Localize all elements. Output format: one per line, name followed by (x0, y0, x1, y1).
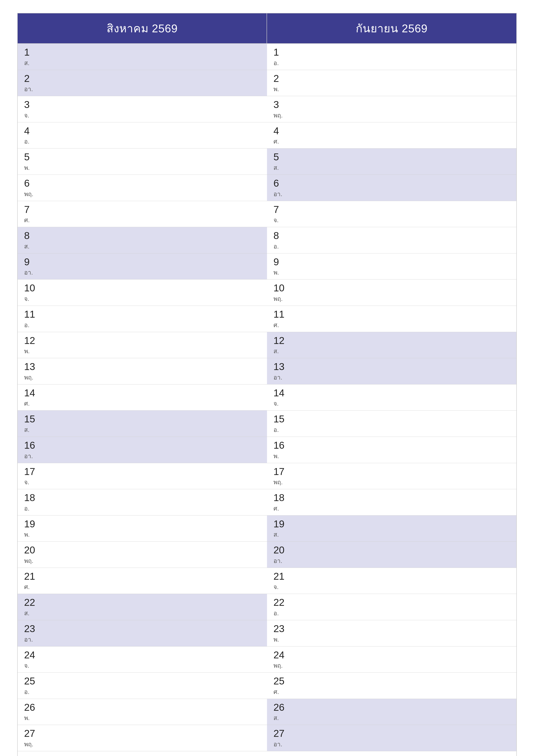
day-name: จ. (24, 111, 261, 120)
left-day-row: 8ส. (18, 227, 267, 254)
day-number: 11 (24, 309, 261, 320)
day-number: 25 (24, 676, 261, 687)
day-name: จ. (273, 215, 510, 225)
right-day-row: 6อา. (267, 175, 516, 201)
day-number: 16 (24, 440, 261, 451)
left-day-row: 7ศ. (18, 201, 267, 228)
day-name: ส. (24, 58, 261, 68)
right-day-row: 23พ. (267, 620, 516, 647)
day-name: พ. (24, 713, 261, 723)
day-name: ส. (273, 530, 510, 539)
day-name: อา. (24, 84, 261, 94)
left-day-row: 17จ. (18, 463, 267, 489)
day-number: 21 (273, 571, 510, 582)
right-day-row: 26ส. (267, 699, 516, 725)
left-day-row: 1ส. (18, 44, 267, 70)
day-name: จ. (24, 661, 261, 670)
day-name: ศ. (273, 320, 510, 330)
day-name: พ. (24, 346, 261, 356)
day-number: 10 (24, 283, 261, 293)
right-day-row: 21จ. (267, 568, 516, 594)
day-name: พ. (24, 530, 261, 539)
day-name: ส. (273, 346, 510, 356)
day-name: อ. (273, 425, 510, 434)
left-day-row: 23อา. (18, 620, 267, 647)
day-number: 10 (273, 283, 510, 293)
right-day-row: 13อา. (267, 358, 516, 385)
day-number: 25 (273, 676, 510, 687)
day-name: พ. (273, 635, 510, 644)
day-name: พ. (273, 451, 510, 461)
right-month-header: กันยายน 2569 (267, 14, 516, 44)
day-number: 22 (24, 597, 261, 608)
day-number: 18 (24, 492, 261, 503)
left-day-row: 4อ. (18, 122, 267, 149)
right-day-row: 4ศ. (267, 122, 516, 149)
left-day-row: 3จ. (18, 96, 267, 122)
day-number: 6 (24, 178, 261, 189)
left-day-row: 13พฤ. (18, 358, 267, 385)
day-name: พฤ. (24, 556, 261, 565)
left-day-row: 16อา. (18, 437, 267, 463)
left-day-row: 9อา. (18, 254, 267, 280)
day-number: 7 (273, 204, 510, 215)
right-day-row: 9พ. (267, 254, 516, 280)
right-day-row: 14จ. (267, 385, 516, 411)
day-name: อา. (24, 635, 261, 644)
day-name: ส. (273, 713, 510, 723)
right-day-row: 12ส. (267, 332, 516, 358)
day-number: 23 (24, 623, 261, 634)
day-name: อา. (24, 268, 261, 277)
day-number: 23 (273, 623, 510, 634)
day-number: 3 (24, 99, 261, 110)
day-number: 17 (24, 466, 261, 477)
day-number: 21 (24, 571, 261, 582)
day-name: จ. (24, 294, 261, 304)
left-day-row: 26พ. (18, 699, 267, 725)
day-number: 16 (273, 440, 510, 451)
right-day-row: 20อา. (267, 542, 516, 568)
day-name: พฤ. (24, 189, 261, 199)
day-number: 4 (24, 125, 261, 136)
right-days-column: 1อ.2พ.3พฤ.4ศ.5ส.6อา.7จ.8อ.9พ.10พฤ.11ศ.12… (267, 44, 516, 756)
day-name: ส. (24, 425, 261, 434)
day-number: 12 (24, 335, 261, 346)
day-name: จ. (273, 399, 510, 408)
day-name: อ. (273, 242, 510, 251)
right-day-row: 17พฤ. (267, 463, 516, 489)
day-name: พ. (273, 84, 510, 94)
day-name: ส. (273, 163, 510, 173)
day-number: 15 (24, 414, 261, 424)
day-name: อ. (24, 137, 261, 146)
day-name: พฤ. (273, 477, 510, 487)
day-number: 7 (24, 204, 261, 215)
day-name: พฤ. (273, 294, 510, 304)
right-day-row: 5ส. (267, 148, 516, 175)
day-name: อ. (24, 504, 261, 513)
day-number: 14 (273, 388, 510, 398)
day-name: พฤ. (273, 111, 510, 120)
day-number: 4 (273, 125, 510, 136)
page: สิงหาคม 2569 กันยายน 2569 1ส.2อา.3จ.4อ.5… (0, 0, 534, 756)
right-day-row: 15อ. (267, 411, 516, 437)
day-number: 5 (24, 151, 261, 162)
day-name: อา. (273, 373, 510, 382)
right-day-row: 10พฤ. (267, 280, 516, 306)
day-name: ศ. (24, 215, 261, 225)
day-name: จ. (24, 477, 261, 487)
day-number: 27 (24, 728, 261, 739)
day-name: อ. (24, 687, 261, 696)
right-day-row: 27อา. (267, 725, 516, 751)
day-name: ศ. (273, 687, 510, 696)
day-number: 27 (273, 728, 510, 739)
day-name: ศ. (24, 399, 261, 408)
day-number: 8 (273, 230, 510, 241)
day-number: 9 (24, 256, 261, 267)
left-day-row: 11อ. (18, 306, 267, 332)
calendar-grid: สิงหาคม 2569 กันยายน 2569 1ส.2อา.3จ.4อ.5… (17, 13, 517, 756)
day-number: 24 (24, 650, 261, 661)
day-number: 26 (24, 702, 261, 713)
day-number: 1 (24, 47, 261, 58)
left-day-row: 12พ. (18, 332, 267, 358)
day-number: 15 (273, 414, 510, 424)
